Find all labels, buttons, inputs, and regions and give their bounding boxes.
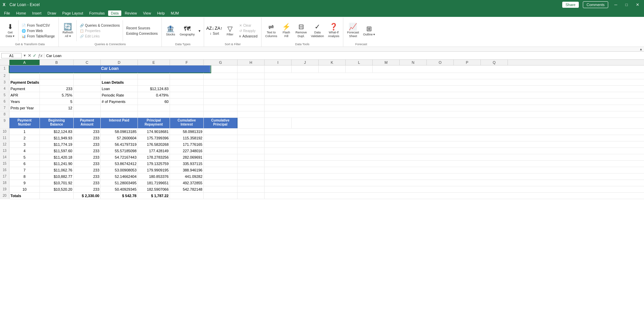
- totals-label[interactable]: Totals: [9, 193, 40, 199]
- cell-reference-input[interactable]: A1: [1, 53, 22, 58]
- col-interest-paid[interactable]: Interest Paid: [101, 118, 138, 128]
- cell-F2[interactable]: [170, 73, 204, 79]
- cell-M1[interactable]: [346, 65, 373, 73]
- cell-I1[interactable]: [238, 65, 265, 73]
- col-principal-repayment[interactable]: PrincipalRepayment: [138, 118, 170, 128]
- menu-formulas[interactable]: Formulas: [86, 10, 107, 16]
- cell-G2[interactable]: [204, 73, 238, 79]
- menu-pagelayout[interactable]: Page Layout: [59, 10, 86, 16]
- loan-details-label[interactable]: Loan Details: [101, 79, 138, 85]
- data-validation-button[interactable]: ✓ DataValidation: [309, 22, 326, 39]
- expand-formula-icon[interactable]: ▼: [23, 54, 26, 57]
- recent-sources-button[interactable]: Recent Sources: [124, 26, 159, 31]
- filter-button[interactable]: ▽ Filter: [223, 24, 237, 37]
- col-header-A[interactable]: A: [9, 60, 40, 65]
- from-text-csv-button[interactable]: 📄 From Text/CSV: [20, 23, 56, 28]
- text-to-columns-button[interactable]: ⇌ Text toColumns: [264, 22, 279, 39]
- cell-years-label[interactable]: Years: [9, 99, 40, 105]
- menu-help[interactable]: Help: [154, 10, 168, 16]
- menu-draw[interactable]: Draw: [45, 10, 59, 16]
- col-cumulative-principal[interactable]: CumulativePrincipal: [204, 118, 238, 128]
- col-header-E[interactable]: E: [138, 60, 170, 65]
- col-header-M[interactable]: M: [373, 60, 400, 65]
- queries-connections-button[interactable]: 🔗 Queries & Connections: [78, 23, 122, 28]
- col-header-H[interactable]: H: [238, 60, 265, 65]
- cell-B2[interactable]: [40, 73, 74, 79]
- data-types-expand[interactable]: ▼: [197, 28, 202, 33]
- cell-periodic-label[interactable]: Periodic Rate: [101, 92, 138, 98]
- col-header-F[interactable]: F: [170, 60, 204, 65]
- col-header-G[interactable]: G: [204, 60, 238, 65]
- title-cell[interactable]: Car Loan: [9, 65, 210, 73]
- from-web-button[interactable]: 🌐 From Web: [20, 28, 56, 33]
- get-data-button[interactable]: ⬇ GetData ▾: [3, 22, 17, 39]
- cell-K1[interactable]: [292, 65, 319, 73]
- what-if-analysis-button[interactable]: ❓ What-IfAnalysis: [326, 22, 341, 39]
- cell-apr-label[interactable]: APR: [9, 92, 40, 98]
- cell-num-payments-value[interactable]: 60: [138, 99, 170, 105]
- col-header-C[interactable]: C: [74, 60, 101, 65]
- share-button[interactable]: Share: [562, 2, 579, 8]
- stocks-button[interactable]: 🏦 Stocks: [164, 24, 177, 37]
- ribbon-collapse-icon[interactable]: ▲: [639, 47, 643, 51]
- reapply-button[interactable]: ↺ Reapply: [238, 28, 259, 33]
- col-header-Q[interactable]: Q: [481, 60, 508, 65]
- cell-pmts-label[interactable]: Pmts per Year: [9, 105, 40, 111]
- col-header-D[interactable]: D: [101, 60, 138, 65]
- from-table-button[interactable]: 📊 From Table/Range: [20, 34, 56, 39]
- clear-button[interactable]: ✕ Clear: [238, 23, 259, 28]
- col-payment-amount[interactable]: PaymentAmount: [74, 118, 101, 128]
- menu-mjm[interactable]: MJM: [168, 10, 182, 16]
- menu-data[interactable]: Data: [108, 10, 121, 16]
- forecast-sheet-button[interactable]: 📈 ForecastSheet: [345, 22, 361, 39]
- cell-apr-value[interactable]: 5.75%: [40, 92, 74, 98]
- cell-num-payments-label[interactable]: # of Payments: [101, 99, 138, 105]
- col-header-O[interactable]: O: [427, 60, 454, 65]
- minimize-icon[interactable]: ─: [612, 2, 619, 7]
- menu-view[interactable]: View: [140, 10, 154, 16]
- col-header-P[interactable]: P: [454, 60, 481, 65]
- col-beginning-balance[interactable]: BeginningBalance: [40, 118, 74, 128]
- refresh-all-button[interactable]: 🔄 RefreshAll ▾: [61, 22, 75, 39]
- cell-payment-value[interactable]: 233: [40, 86, 74, 92]
- formula-input[interactable]: Car Loan: [44, 53, 643, 58]
- col-payment-number[interactable]: PaymentNumber: [9, 118, 40, 128]
- col-header-I[interactable]: I: [265, 60, 292, 65]
- geography-button[interactable]: 🗺 Geography: [178, 24, 197, 37]
- cell-loan-label[interactable]: Loan: [101, 86, 138, 92]
- comments-button[interactable]: Comments: [583, 1, 608, 8]
- outline-button[interactable]: ⊞ Outline ▾: [361, 24, 377, 37]
- total-principal[interactable]: $ 1,787.22: [138, 193, 170, 199]
- cell-pmts-value[interactable]: 12: [40, 105, 74, 111]
- properties-button[interactable]: 📋 Properties: [78, 28, 122, 33]
- col-cumulative-interest[interactable]: CumulativeInterest: [170, 118, 204, 128]
- insert-function-icon[interactable]: ƒx: [38, 53, 43, 58]
- cell-periodic-value[interactable]: 0.479%: [138, 92, 170, 98]
- sort-button[interactable]: ↕ Sort: [208, 31, 221, 36]
- total-interest[interactable]: $ 542.78: [101, 193, 138, 199]
- cell-E2[interactable]: [138, 73, 170, 79]
- menu-review[interactable]: Review: [122, 10, 140, 16]
- total-payment[interactable]: $ 2,330.00: [74, 193, 101, 199]
- confirm-formula-icon[interactable]: ✓: [33, 53, 36, 58]
- cell-H2[interactable]: [238, 73, 265, 79]
- col-header-J[interactable]: J: [292, 60, 319, 65]
- cancel-formula-icon[interactable]: ✕: [28, 53, 31, 58]
- cell-payment-label[interactable]: Payment: [9, 86, 40, 92]
- cell-J1[interactable]: [265, 65, 292, 73]
- cell-L1[interactable]: [319, 65, 346, 73]
- menu-file[interactable]: File: [1, 10, 13, 16]
- menu-home[interactable]: Home: [14, 10, 29, 16]
- cell-loan-value[interactable]: $12,124.83: [138, 86, 170, 92]
- col-header-L[interactable]: L: [346, 60, 373, 65]
- col-header-B[interactable]: B: [40, 60, 74, 65]
- payment-details-label[interactable]: Payment Details: [9, 79, 40, 85]
- remove-duplicates-button[interactable]: ⊟ RemoveDupl.: [294, 22, 308, 39]
- col-header-K[interactable]: K: [319, 60, 346, 65]
- flash-fill-button[interactable]: ⚡ FlashFill: [279, 22, 293, 39]
- advanced-button[interactable]: ≡ Advanced: [238, 34, 259, 39]
- existing-connections-button[interactable]: Existing Connections: [124, 31, 159, 36]
- cell-years-value[interactable]: 5: [40, 99, 74, 105]
- menu-insert[interactable]: Insert: [29, 10, 44, 16]
- cell-D2[interactable]: [101, 73, 138, 79]
